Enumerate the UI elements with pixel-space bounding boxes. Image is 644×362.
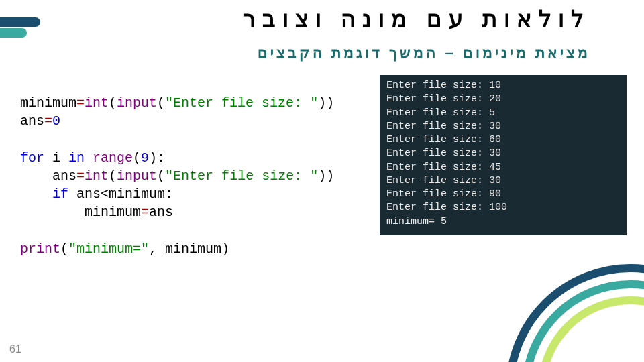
console-row: Enter file size: 60 bbox=[386, 133, 620, 147]
accent-bar-bottom bbox=[0, 28, 27, 38]
code-block: minimum=int(input("Enter file size: ")) … bbox=[20, 94, 362, 277]
code-line-7: print("minimum=", minimum) bbox=[20, 240, 362, 258]
code-line-4: ans=int(input("Enter file size: ")) bbox=[20, 167, 362, 185]
console-row: Enter file size: 30 bbox=[386, 147, 620, 160]
decorative-curve bbox=[456, 215, 644, 362]
code-line-6: minimum=ans bbox=[20, 203, 362, 221]
accent-bar-top bbox=[0, 17, 40, 27]
console-row: Enter file size: 100 bbox=[386, 201, 620, 215]
svg-point-1 bbox=[526, 284, 644, 362]
page-number: 61 bbox=[9, 343, 21, 355]
console-row: Enter file size: 10 bbox=[386, 79, 620, 93]
code-line-5: if ans<minimum: bbox=[20, 185, 362, 203]
slide-subtitle: מציאת מינימום – המשך דוגמת הקבצים bbox=[67, 44, 590, 62]
console-row: Enter file size: 30 bbox=[386, 120, 620, 133]
slide-title: לולאות עם מונה וצובר bbox=[107, 5, 590, 32]
code-line-3: for i in range(9): bbox=[20, 149, 362, 167]
console-row: Enter file size: 5 bbox=[386, 107, 620, 120]
console-output: Enter file size: 10Enter file size: 20En… bbox=[380, 75, 627, 235]
console-row: Enter file size: 45 bbox=[386, 161, 620, 174]
code-line-2: ans=0 bbox=[20, 112, 362, 130]
console-row: Enter file size: 30 bbox=[386, 174, 620, 188]
console-row: Enter file size: 20 bbox=[386, 93, 620, 106]
console-row: Enter file size: 90 bbox=[386, 188, 620, 201]
code-line-1: minimum=int(input("Enter file size: ")) bbox=[20, 94, 362, 112]
